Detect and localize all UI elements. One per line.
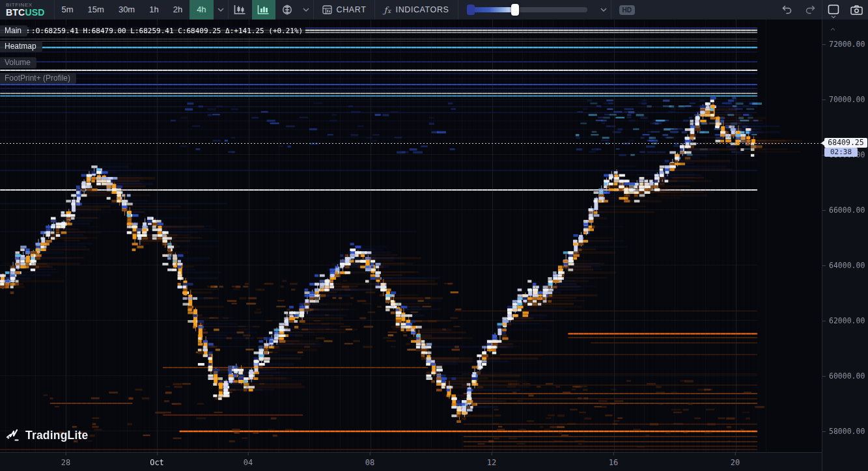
candle-countdown-label: 02:38 <box>824 148 858 157</box>
time-tick-label: 20 <box>731 458 740 467</box>
price-tick-label: 60000.00 <box>829 371 865 381</box>
timeframe-1h[interactable]: 1h <box>142 0 165 20</box>
legend-layer-heatmap[interactable]: Heatmap <box>0 41 42 52</box>
symbol-pair: BTCUSD <box>6 8 45 18</box>
legend-ohlc-values: :O:68259.41 H:68479.00 L:68259.41 C:6840… <box>29 25 305 36</box>
last-price-label: 68409.25 <box>824 138 867 148</box>
chart-type-dropdown-chevron-icon[interactable] <box>299 0 313 20</box>
axis-corner <box>822 452 868 471</box>
heatmap-intensity-slider[interactable] <box>458 0 596 20</box>
undo-icon[interactable] <box>775 0 798 20</box>
hd-quality-badge[interactable]: HD <box>619 5 635 15</box>
indicators-button-label: INDICATORS <box>396 5 449 14</box>
legend-main-label[interactable]: Main <box>0 25 27 36</box>
timeframe-4h[interactable]: 4h <box>189 0 213 20</box>
legend-layer-volume[interactable]: Volume <box>0 57 36 68</box>
tradinglite-logo-icon <box>7 429 21 442</box>
chart-pane: Main :O:68259.41 H:68479.00 L:68259.41 C… <box>0 20 822 452</box>
chart-grid-icon <box>322 5 332 14</box>
price-axis[interactable]: 72000.00 70000.00 68000.00 66000.00 6400… <box>822 20 868 452</box>
screenshot-camera-icon[interactable] <box>845 0 868 20</box>
heatmap-chart-canvas[interactable] <box>0 20 822 452</box>
fx-icon: ƒx <box>384 5 391 15</box>
time-axis[interactable]: 28 Oct 04 08 12 16 20 <box>0 452 822 471</box>
legend-layer-footprint[interactable]: FootPrint+ (Profile) <box>0 73 76 84</box>
price-tick-label: 66000.00 <box>829 206 865 215</box>
watermark-text: TradingLite <box>25 429 89 442</box>
chart-settings-button[interactable]: CHART <box>314 0 375 20</box>
timeframe-5m[interactable]: 5m <box>55 0 81 20</box>
price-tick-label: 72000.00 <box>829 40 865 49</box>
redo-icon[interactable] <box>798 0 822 20</box>
fullscreen-chevron-icon <box>831 9 836 21</box>
timeframe-30m[interactable]: 30m <box>111 0 142 20</box>
toolbar-right-group <box>775 0 868 20</box>
toolbar-divider <box>611 0 611 20</box>
price-tick-label: 58000.00 <box>829 427 865 436</box>
legend-volume-row: Volume <box>0 57 36 68</box>
time-tick-label: 08 <box>365 458 374 467</box>
tradinglite-watermark: TradingLite <box>7 429 89 442</box>
price-axis-chevron-icon <box>830 21 835 33</box>
legend-footprint-row: FootPrint+ (Profile) <box>0 73 76 84</box>
price-tick-label: 62000.00 <box>829 316 865 325</box>
slider-track[interactable] <box>468 7 587 12</box>
symbol-base: BTC <box>6 7 25 18</box>
indicators-button[interactable]: ƒx INDICATORS <box>375 0 457 20</box>
time-tick-label: 04 <box>244 458 253 467</box>
time-tick-label: 12 <box>487 458 496 467</box>
timeframe-2h[interactable]: 2h <box>166 0 189 20</box>
heatmap-chart-type-icon[interactable] <box>252 0 275 20</box>
price-tick-label: 70000.00 <box>829 95 865 104</box>
price-tick-label: 64000.00 <box>829 261 865 270</box>
top-toolbar: BITFINEX BTCUSD 5m 15m 30m 1h 2h 4h <box>0 0 868 20</box>
candlestick-chart-type-icon[interactable] <box>229 0 252 20</box>
timeframe-15m[interactable]: 15m <box>81 0 111 20</box>
legend-main-row: Main :O:68259.41 H:68479.00 L:68259.41 C… <box>0 25 305 36</box>
symbol-quote: USD <box>25 7 44 18</box>
legend-heatmap-row: Heatmap <box>0 41 42 52</box>
time-tick-label: 16 <box>609 458 618 467</box>
slider-handle[interactable] <box>511 4 519 16</box>
timeframe-dropdown-chevron-icon[interactable] <box>214 0 228 20</box>
slider-left-cap <box>467 5 475 15</box>
time-tick-label-month: Oct <box>150 458 164 467</box>
fullscreen-icon[interactable] <box>822 0 845 20</box>
chart-button-label: CHART <box>337 5 367 14</box>
slider-dropdown-chevron-icon[interactable] <box>596 0 611 20</box>
slider-gradient-fill <box>468 7 516 12</box>
coin-layers-icon[interactable] <box>275 0 299 20</box>
time-tick-label: 28 <box>61 458 70 467</box>
symbol-selector[interactable]: BITFINEX BTCUSD <box>0 0 54 20</box>
